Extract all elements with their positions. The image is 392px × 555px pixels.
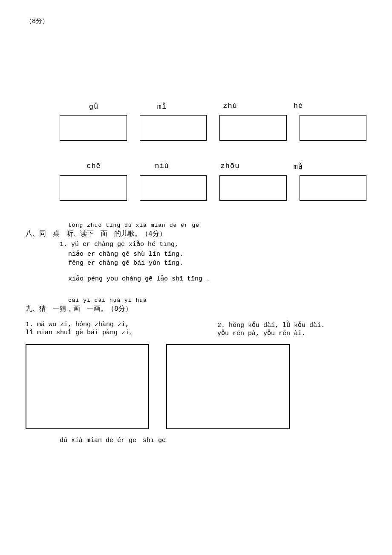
pinyin-gu: gǔ	[60, 102, 128, 111]
drawing-box-2[interactable]	[166, 344, 290, 429]
riddle-left: 1. má wū zi, hóng zhàng zi, lǐ mian shuǐ…	[26, 321, 205, 336]
riddle1-line2: lǐ mian shuǐ gè bái pàng zi。	[26, 328, 205, 336]
pinyin-row-1: gǔ mǐ zhú hé	[26, 102, 366, 111]
pinyin-ma: mǎ	[264, 162, 332, 171]
char-box-ma[interactable]	[300, 175, 367, 201]
section8-label: 八、同 桌 听、读下 面 的儿歌。（4分）	[26, 229, 366, 238]
char-box-che[interactable]	[60, 175, 127, 201]
riddle2-line1: 2. hóng kǒu dài, lǜ kǒu dài.	[217, 321, 366, 329]
section8-item1-line2: niǎo er chàng gē shù lín tīng.	[26, 250, 366, 258]
char-row-2	[26, 175, 366, 201]
char-box-gu[interactable]	[60, 115, 127, 141]
char-box-niu[interactable]	[140, 175, 207, 201]
section8-item1-line3: fēng er chàng gē bái yún tīng.	[26, 260, 366, 267]
section9-pinyin-above: cāi yi cāi huà yi huà	[26, 297, 366, 304]
drawing-box-1[interactable]	[26, 344, 149, 429]
char-row-1	[26, 115, 366, 141]
pinyin-mi: mǐ	[128, 102, 196, 111]
page-content: （8分） gǔ mǐ zhú hé chē niú zhōu mǎ tóng z…	[26, 17, 366, 444]
section8-item1-line4: xiǎo péng you chàng gē lǎo shī tīng 。	[26, 275, 366, 283]
pinyin-niu: niú	[128, 162, 196, 171]
section-nine: cāi yi cāi huà yi huà 九、猜 一猜，画 一画。（8分） 1…	[26, 297, 366, 337]
pinyin-zhou: zhōu	[196, 162, 264, 171]
riddle-right: 2. hóng kǒu dài, lǜ kǒu dài. yǒu rén pà,…	[205, 321, 366, 337]
section9-label: 九、猜 一猜，画 一画。（8分）	[26, 304, 366, 313]
footer-label: dú xià mian de ér gē shī gē	[26, 436, 366, 444]
pinyin-row-2: chē niú zhōu mǎ	[26, 162, 366, 171]
section8-pinyin-above: tóng zhuō tīng dú xià mian de ér gē	[26, 222, 366, 228]
section8-item1-line1: 1. yú er chàng gē xiǎo hé tīng,	[26, 240, 366, 248]
drawing-boxes	[26, 344, 366, 429]
char-box-he[interactable]	[300, 115, 367, 141]
riddle1-line1: 1. má wū zi, hóng zhàng zi,	[26, 321, 205, 328]
section-eight: tóng zhuō tīng dú xià mian de ér gē 八、同 …	[26, 222, 366, 283]
char-box-zhou[interactable]	[219, 175, 287, 201]
riddle-row: 1. má wū zi, hóng zhàng zi, lǐ mian shuǐ…	[26, 321, 366, 337]
pinyin-che: chē	[60, 162, 128, 171]
char-box-zhu[interactable]	[219, 115, 287, 141]
pinyin-he: hé	[264, 102, 332, 111]
riddle2-line2: yǒu rén pà, yǒu rén ài.	[217, 329, 366, 337]
score-label: （8分）	[26, 17, 366, 25]
char-box-mi[interactable]	[140, 115, 207, 141]
pinyin-zhu: zhú	[196, 102, 264, 111]
